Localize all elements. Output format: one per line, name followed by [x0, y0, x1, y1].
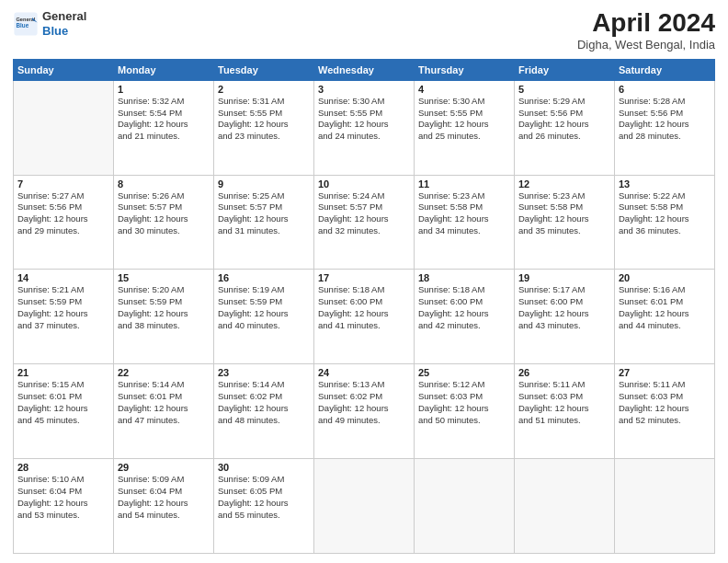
day-number: 15 [118, 272, 210, 283]
table-row: 21Sunrise: 5:15 AMSunset: 6:01 PMDayligh… [14, 364, 114, 459]
table-row: 4Sunrise: 5:30 AMSunset: 5:55 PMDaylight… [415, 80, 515, 175]
table-row: 16Sunrise: 5:19 AMSunset: 5:59 PMDayligh… [214, 270, 314, 364]
day-info: Sunrise: 5:21 AMSunset: 5:59 PMDaylight:… [17, 284, 109, 331]
col-friday: Friday [515, 59, 615, 80]
col-monday: Monday [114, 59, 214, 80]
day-number: 9 [218, 178, 310, 190]
day-info: Sunrise: 5:12 AMSunset: 6:03 PMDaylight:… [418, 379, 510, 426]
table-row: 3Sunrise: 5:30 AMSunset: 5:55 PMDaylight… [314, 80, 415, 175]
day-info: Sunrise: 5:10 AMSunset: 6:04 PMDaylight:… [17, 474, 109, 521]
day-info: Sunrise: 5:14 AMSunset: 6:02 PMDaylight:… [218, 379, 310, 426]
day-info: Sunrise: 5:16 AMSunset: 6:01 PMDaylight:… [619, 284, 711, 331]
table-row: 15Sunrise: 5:20 AMSunset: 5:59 PMDayligh… [114, 270, 214, 364]
table-row: 9Sunrise: 5:25 AMSunset: 5:57 PMDaylight… [214, 175, 314, 270]
col-wednesday: Wednesday [314, 59, 415, 80]
table-row [14, 80, 114, 175]
table-row: 25Sunrise: 5:12 AMSunset: 6:03 PMDayligh… [415, 364, 515, 459]
page-header: General Blue General Blue April 2024 Dig… [13, 9, 715, 52]
day-number: 6 [619, 84, 711, 95]
table-row: 20Sunrise: 5:16 AMSunset: 6:01 PMDayligh… [615, 270, 715, 364]
table-row: 2Sunrise: 5:31 AMSunset: 5:55 PMDaylight… [214, 80, 314, 175]
table-row: 17Sunrise: 5:18 AMSunset: 6:00 PMDayligh… [314, 270, 415, 364]
day-number: 5 [518, 84, 610, 95]
calendar-table: Sunday Monday Tuesday Wednesday Thursday… [13, 59, 715, 554]
day-number: 18 [418, 272, 510, 283]
day-number: 26 [518, 367, 610, 378]
day-info: Sunrise: 5:32 AMSunset: 5:54 PMDaylight:… [118, 96, 210, 143]
day-info: Sunrise: 5:18 AMSunset: 6:00 PMDaylight:… [418, 284, 510, 331]
table-row: 5Sunrise: 5:29 AMSunset: 5:56 PMDaylight… [515, 80, 615, 175]
day-number: 12 [518, 178, 610, 190]
table-row: 22Sunrise: 5:14 AMSunset: 6:01 PMDayligh… [114, 364, 214, 459]
day-info: Sunrise: 5:27 AMSunset: 5:56 PMDaylight:… [17, 190, 109, 237]
table-row: 10Sunrise: 5:24 AMSunset: 5:57 PMDayligh… [314, 175, 415, 270]
day-info: Sunrise: 5:22 AMSunset: 5:58 PMDaylight:… [619, 190, 711, 237]
table-row: 14Sunrise: 5:21 AMSunset: 5:59 PMDayligh… [14, 270, 114, 364]
day-info: Sunrise: 5:26 AMSunset: 5:57 PMDaylight:… [118, 190, 210, 237]
day-number: 3 [318, 84, 410, 95]
table-row: 8Sunrise: 5:26 AMSunset: 5:57 PMDaylight… [114, 175, 214, 270]
day-info: Sunrise: 5:11 AMSunset: 6:03 PMDaylight:… [619, 379, 711, 426]
col-thursday: Thursday [415, 59, 515, 80]
table-row: 7Sunrise: 5:27 AMSunset: 5:56 PMDaylight… [14, 175, 114, 270]
day-number: 21 [17, 367, 109, 378]
day-number: 10 [318, 178, 410, 190]
table-row: 27Sunrise: 5:11 AMSunset: 6:03 PMDayligh… [615, 364, 715, 459]
col-tuesday: Tuesday [214, 59, 314, 80]
col-saturday: Saturday [615, 59, 715, 80]
day-info: Sunrise: 5:19 AMSunset: 5:59 PMDaylight:… [218, 284, 310, 331]
table-row: 30Sunrise: 5:09 AMSunset: 6:05 PMDayligh… [214, 459, 314, 554]
day-info: Sunrise: 5:15 AMSunset: 6:01 PMDaylight:… [17, 379, 109, 426]
day-number: 23 [218, 367, 310, 378]
table-row: 29Sunrise: 5:09 AMSunset: 6:04 PMDayligh… [114, 459, 214, 554]
day-info: Sunrise: 5:17 AMSunset: 6:00 PMDaylight:… [518, 284, 610, 331]
day-number: 19 [518, 272, 610, 283]
day-number: 1 [118, 84, 210, 95]
svg-text:Blue: Blue [17, 22, 29, 29]
title-block: April 2024 Digha, West Bengal, India [577, 9, 715, 52]
day-number: 22 [118, 367, 210, 378]
day-info: Sunrise: 5:09 AMSunset: 6:05 PMDaylight:… [218, 474, 310, 521]
day-number: 20 [619, 272, 711, 283]
day-info: Sunrise: 5:30 AMSunset: 5:55 PMDaylight:… [318, 96, 410, 143]
day-info: Sunrise: 5:24 AMSunset: 5:57 PMDaylight:… [318, 190, 410, 237]
day-info: Sunrise: 5:25 AMSunset: 5:57 PMDaylight:… [218, 190, 310, 237]
day-number: 30 [218, 462, 310, 473]
day-info: Sunrise: 5:20 AMSunset: 5:59 PMDaylight:… [118, 284, 210, 331]
table-row [615, 459, 715, 554]
day-info: Sunrise: 5:11 AMSunset: 6:03 PMDaylight:… [518, 379, 610, 426]
day-info: Sunrise: 5:29 AMSunset: 5:56 PMDaylight:… [518, 96, 610, 143]
day-info: Sunrise: 5:13 AMSunset: 6:02 PMDaylight:… [318, 379, 410, 426]
table-row: 28Sunrise: 5:10 AMSunset: 6:04 PMDayligh… [14, 459, 114, 554]
day-info: Sunrise: 5:23 AMSunset: 5:58 PMDaylight:… [518, 190, 610, 237]
location: Digha, West Bengal, India [577, 38, 715, 52]
month-title: April 2024 [577, 9, 715, 38]
day-info: Sunrise: 5:18 AMSunset: 6:00 PMDaylight:… [318, 284, 410, 331]
day-info: Sunrise: 5:23 AMSunset: 5:58 PMDaylight:… [418, 190, 510, 237]
table-row: 12Sunrise: 5:23 AMSunset: 5:58 PMDayligh… [515, 175, 615, 270]
logo-text: General Blue [42, 9, 86, 38]
table-row: 13Sunrise: 5:22 AMSunset: 5:58 PMDayligh… [615, 175, 715, 270]
day-number: 7 [17, 178, 109, 190]
table-row: 18Sunrise: 5:18 AMSunset: 6:00 PMDayligh… [415, 270, 515, 364]
day-number: 2 [218, 84, 310, 95]
day-info: Sunrise: 5:14 AMSunset: 6:01 PMDaylight:… [118, 379, 210, 426]
day-info: Sunrise: 5:09 AMSunset: 6:04 PMDaylight:… [118, 474, 210, 521]
day-info: Sunrise: 5:30 AMSunset: 5:55 PMDaylight:… [418, 96, 510, 143]
calendar-header-row: Sunday Monday Tuesday Wednesday Thursday… [14, 59, 715, 80]
table-row: 23Sunrise: 5:14 AMSunset: 6:02 PMDayligh… [214, 364, 314, 459]
table-row [415, 459, 515, 554]
day-number: 29 [118, 462, 210, 473]
logo: General Blue General Blue [13, 9, 86, 38]
day-number: 16 [218, 272, 310, 283]
day-number: 11 [418, 178, 510, 190]
table-row: 1Sunrise: 5:32 AMSunset: 5:54 PMDaylight… [114, 80, 214, 175]
table-row: 19Sunrise: 5:17 AMSunset: 6:00 PMDayligh… [515, 270, 615, 364]
day-number: 25 [418, 367, 510, 378]
day-number: 8 [118, 178, 210, 190]
table-row: 6Sunrise: 5:28 AMSunset: 5:56 PMDaylight… [615, 80, 715, 175]
day-info: Sunrise: 5:31 AMSunset: 5:55 PMDaylight:… [218, 96, 310, 143]
day-number: 17 [318, 272, 410, 283]
table-row [314, 459, 415, 554]
day-info: Sunrise: 5:28 AMSunset: 5:56 PMDaylight:… [619, 96, 711, 143]
